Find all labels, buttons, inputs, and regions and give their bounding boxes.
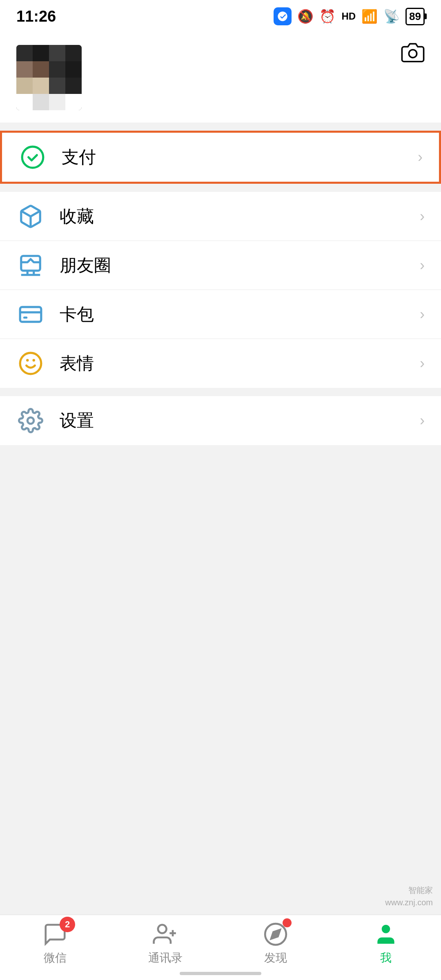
hd-icon: HD [341,11,356,22]
wechat-nav-label: 微信 [44,950,67,966]
nav-item-discover[interactable]: 发现 [220,922,331,974]
svg-point-11 [27,417,34,424]
contacts-nav-label: 通讯录 [148,950,183,966]
nav-item-me[interactable]: 我 [331,922,441,974]
section-gap-3 [0,388,441,396]
signal-icon: 📶 [361,9,378,24]
discover-nav-icon [263,922,288,947]
discover-nav-label: 发现 [264,950,287,966]
collect-icon [16,202,45,231]
settings-icon [16,406,45,435]
bottom-nav: 2 微信 通讯录 发现 [0,915,441,980]
avatar-area [16,45,425,110]
svg-marker-16 [271,930,280,939]
menu-item-collect[interactable]: 收藏 › [0,192,441,241]
moments-icon [16,251,45,280]
svg-point-17 [382,924,390,933]
status-bar: 11:26 🔕 ⏰ HD 📶 📡 89 [0,0,441,33]
settings-chevron: › [420,412,425,429]
menu-item-pay[interactable]: 支付 › [2,133,439,182]
watermark: 智能家 www.znj.com [385,884,433,909]
status-time: 11:26 [16,8,56,25]
alarm-icon: ⏰ [319,9,336,24]
nav-item-contacts[interactable]: 通讯录 [110,922,220,974]
status-icons: 🔕 ⏰ HD 📶 📡 89 [274,7,425,25]
svg-point-1 [22,147,43,168]
pay-label: 支付 [62,146,418,169]
menu-item-settings[interactable]: 设置 › [0,396,441,445]
me-nav-icon [373,922,399,947]
pay-icon [18,143,47,172]
pay-chevron: › [418,149,423,166]
wallet-label: 卡包 [60,303,420,326]
collect-label: 收藏 [60,205,420,228]
emoji-chevron: › [420,355,425,372]
header-area [0,33,441,122]
wallet-icon [16,300,45,329]
me-nav-label: 我 [380,950,392,966]
discover-badge-dot [283,918,292,927]
menu-item-moments[interactable]: 朋友圈 › [0,241,441,290]
wechat-nav-icon: 2 [42,922,68,947]
menu-item-emoji[interactable]: 表情 › [0,339,441,388]
avatar [16,45,82,110]
menu-section-pay: 支付 › [0,131,441,184]
avatar-mosaic [16,45,82,110]
section-gap-1 [0,122,441,131]
wechat-badge: 2 [60,917,75,932]
section-gap-2 [0,184,441,192]
moments-label: 朋友圈 [60,254,420,277]
settings-label: 设置 [60,409,420,432]
emoji-label: 表情 [60,352,420,375]
wifi-icon: 📡 [383,9,400,24]
menu-section-settings: 设置 › [0,396,441,445]
svg-point-12 [158,924,167,933]
camera-button[interactable] [401,41,425,66]
menu-item-wallet[interactable]: 卡包 › [0,290,441,339]
emoji-icon [16,349,45,378]
wallet-chevron: › [420,306,425,323]
svg-point-0 [409,50,416,58]
collect-chevron: › [420,208,425,225]
svg-rect-7 [20,307,41,321]
home-indicator [180,972,261,975]
contacts-nav-icon [153,922,178,947]
battery-indicator: 89 [405,8,425,25]
menu-section-group1: 收藏 › 朋友圈 › 卡包 › [0,192,441,388]
moments-chevron: › [420,257,425,274]
svg-point-8 [20,353,41,374]
nav-item-wechat[interactable]: 2 微信 [0,922,110,974]
lark-notification-icon [274,7,292,25]
mute-icon: 🔕 [297,9,314,24]
